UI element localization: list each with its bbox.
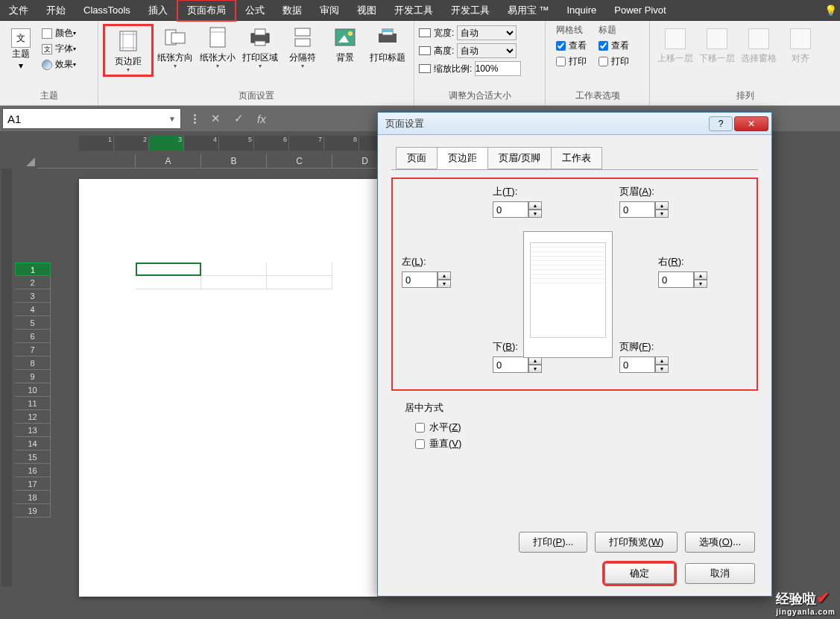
- menu-insert[interactable]: 插入: [139, 1, 177, 20]
- menu-dev2[interactable]: 开发工具: [442, 1, 499, 20]
- margin-footer-input[interactable]: [619, 356, 655, 373]
- margin-header-label: 页眉(A):: [619, 185, 701, 198]
- themes-label: 主题: [12, 48, 30, 60]
- margin-right-input[interactable]: [658, 271, 694, 288]
- grid-view-check[interactable]: 查看: [556, 40, 587, 52]
- dialog-title: 页面设置: [385, 117, 424, 131]
- group-scale-label: 调整为合适大小: [414, 88, 545, 105]
- menu-view[interactable]: 视图: [348, 1, 385, 20]
- row-header[interactable]: 2: [15, 276, 51, 289]
- print-area-button[interactable]: 打印区域▾: [239, 25, 281, 69]
- help-button[interactable]: ?: [709, 116, 733, 131]
- watermark: 经验啦✔ jingyanla.com: [776, 588, 836, 616]
- scale-height-select[interactable]: 自动: [457, 43, 517, 58]
- center-vertical-check[interactable]: 垂直(V): [415, 437, 758, 450]
- group-arrange-label: 排列: [650, 88, 840, 105]
- dialog-titlebar[interactable]: 页面设置 ? ✕: [378, 113, 771, 135]
- tab-page[interactable]: 页面: [396, 147, 438, 169]
- breaks-button[interactable]: 分隔符▾: [282, 25, 324, 69]
- col-header-B[interactable]: B: [201, 154, 267, 169]
- breaks-icon: [291, 25, 315, 49]
- fx-icon[interactable]: fx: [257, 113, 266, 125]
- selection-pane-button[interactable]: 选择窗格: [738, 28, 780, 65]
- menu-eyb[interactable]: 易用宝 ™: [499, 1, 558, 20]
- row-header[interactable]: 11: [15, 397, 51, 410]
- row-headers: 1 2 3 4 5 6 7 8 9 10 11 12 13 14 15 16 1…: [15, 169, 51, 518]
- print-button[interactable]: 打印(P)...: [519, 532, 587, 553]
- menu-file[interactable]: 文件: [0, 1, 37, 20]
- row-header[interactable]: 15: [15, 450, 51, 464]
- row-header-1[interactable]: 1: [15, 263, 51, 276]
- row-header[interactable]: 5: [15, 316, 51, 330]
- cell-A1[interactable]: [136, 263, 201, 276]
- menu-powerpivot[interactable]: Power Pivot: [605, 1, 675, 19]
- theme-colors[interactable]: 颜色 ▾: [42, 27, 76, 40]
- head-view-check[interactable]: 查看: [599, 40, 629, 52]
- name-box[interactable]: A1▼: [2, 108, 181, 129]
- background-button[interactable]: 背景: [324, 25, 367, 63]
- col-header-A[interactable]: A: [136, 154, 201, 169]
- size-button[interactable]: 纸张大小▾: [196, 25, 239, 69]
- scale-width-select[interactable]: 自动: [457, 25, 517, 40]
- select-all-corner[interactable]: [15, 154, 37, 169]
- themes-button[interactable]: 文 主题 ▾: [4, 24, 37, 71]
- tab-sheet[interactable]: 工作表: [551, 147, 602, 169]
- menu-data[interactable]: 数据: [274, 1, 311, 20]
- send-backward-button[interactable]: 下移一层: [696, 28, 738, 65]
- chevron-down-icon[interactable]: ▼: [168, 115, 176, 123]
- row-header[interactable]: 14: [15, 437, 51, 450]
- menu-dev1[interactable]: 开发工具: [385, 1, 442, 20]
- tab-margins[interactable]: 页边距: [437, 147, 488, 169]
- row-header[interactable]: 6: [15, 330, 51, 343]
- row-header[interactable]: 12: [15, 410, 51, 424]
- margin-left-input[interactable]: [402, 271, 438, 288]
- spin-down-icon[interactable]: ▼: [528, 210, 542, 218]
- print-titles-icon: [376, 25, 400, 49]
- menu-review[interactable]: 审阅: [311, 1, 348, 20]
- menu-home[interactable]: 开始: [37, 1, 75, 20]
- menu-formula[interactable]: 公式: [236, 1, 274, 20]
- row-header[interactable]: 13: [15, 424, 51, 437]
- center-horizontal-check[interactable]: 水平(Z): [415, 421, 758, 434]
- options-button[interactable]: 选项(O)...: [685, 532, 755, 553]
- close-button[interactable]: ✕: [734, 116, 768, 131]
- row-header[interactable]: 7: [15, 343, 51, 356]
- row-header[interactable]: 10: [15, 383, 51, 397]
- cancel-button[interactable]: 取消: [685, 563, 755, 584]
- print-titles-button[interactable]: 打印标题: [367, 25, 409, 63]
- menu-inquire[interactable]: Inquire: [558, 1, 605, 19]
- row-header[interactable]: 18: [15, 491, 51, 504]
- row-header[interactable]: 4: [15, 303, 51, 316]
- margin-top-label: 上(T):: [493, 185, 575, 198]
- col-header-C[interactable]: C: [267, 154, 332, 169]
- size-icon: [206, 25, 230, 49]
- grip-icon[interactable]: [192, 113, 198, 125]
- print-preview-button[interactable]: 打印预览(W): [595, 532, 678, 553]
- row-header[interactable]: 8: [15, 356, 51, 370]
- head-print-check[interactable]: 打印: [599, 55, 629, 68]
- row-header[interactable]: 19: [15, 504, 51, 518]
- margin-top-input[interactable]: [493, 201, 528, 218]
- check-icon: ✔: [816, 588, 830, 607]
- row-header[interactable]: 16: [15, 464, 51, 477]
- margins-button[interactable]: 页边距▾: [107, 29, 150, 73]
- tab-headerfooter[interactable]: 页眉/页脚: [487, 147, 552, 169]
- menu-classtools[interactable]: ClassTools: [75, 1, 139, 19]
- tell-me-bulb-icon[interactable]: 💡: [824, 4, 837, 16]
- align-button[interactable]: 对齐: [780, 28, 821, 65]
- spin-up-icon[interactable]: ▲: [528, 201, 542, 210]
- row-header[interactable]: 17: [15, 477, 51, 491]
- ok-button[interactable]: 确定: [604, 563, 675, 584]
- bring-forward-button[interactable]: 上移一层: [654, 28, 696, 65]
- scale-ratio-input[interactable]: [475, 61, 521, 76]
- grid-print-check[interactable]: 打印: [556, 55, 587, 68]
- cell-grid[interactable]: [136, 263, 332, 289]
- margin-header-input[interactable]: [619, 201, 655, 218]
- menubar: 文件 开始 ClassTools 插入 页面布局 公式 数据 审阅 视图 开发工…: [0, 0, 840, 21]
- row-header[interactable]: 9: [15, 370, 51, 383]
- row-header[interactable]: 3: [15, 289, 51, 303]
- orientation-button[interactable]: 纸张方向▾: [154, 25, 196, 69]
- theme-effects[interactable]: 效果 ▾: [42, 58, 76, 71]
- theme-fonts[interactable]: 文字体 ▾: [42, 43, 76, 55]
- menu-pagelayout[interactable]: 页面布局: [177, 0, 236, 22]
